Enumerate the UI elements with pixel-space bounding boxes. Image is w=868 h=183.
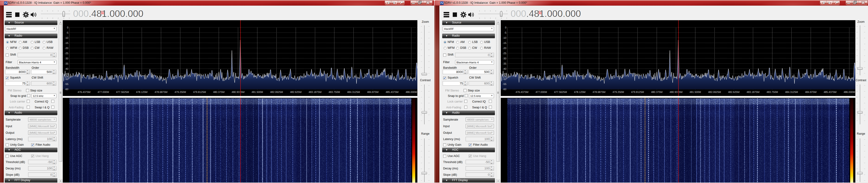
svg-text:477.000M: 477.000M (97, 91, 109, 94)
svg-text:-25: -25 (65, 52, 68, 55)
svg-text:-35: -35 (503, 62, 506, 65)
svg-text:-20: -20 (65, 47, 68, 50)
svg-text:476.4375M: 476.4375M (78, 91, 90, 94)
svg-text:-45: -45 (65, 73, 68, 76)
svg-text:0: 0 (67, 26, 68, 29)
svg-text:478.125M: 478.125M (136, 91, 148, 94)
svg-text:-50: -50 (65, 78, 68, 81)
svg-text:-55: -55 (503, 83, 506, 86)
svg-text:486.000M: 486.000M (406, 91, 417, 94)
svg-text:479.250M: 479.250M (613, 91, 624, 94)
svg-text:-30: -30 (65, 57, 68, 60)
svg-text:-50: -50 (503, 78, 506, 81)
svg-text:484.875M: 484.875M (367, 91, 378, 94)
svg-text:477.000M: 477.000M (535, 91, 547, 94)
svg-text:480.9375M: 480.9375M (231, 91, 245, 94)
svg-text:-45: -45 (503, 73, 506, 76)
svg-text:483.1875M: 483.1875M (747, 91, 760, 94)
svg-text:-25: -25 (503, 52, 506, 55)
svg-text:482.625M: 482.625M (728, 91, 739, 94)
svg-text:-15: -15 (503, 42, 506, 45)
svg-text:482.0625M: 482.0625M (270, 91, 283, 94)
svg-text:-10: -10 (65, 36, 68, 40)
svg-text:483.1875M: 483.1875M (309, 91, 321, 94)
svg-text:477.5625M: 477.5625M (554, 91, 567, 94)
svg-text:479.250M: 479.250M (175, 91, 186, 94)
svg-text:482.625M: 482.625M (290, 91, 302, 94)
svg-text:484.875M: 484.875M (805, 91, 816, 94)
svg-text:484.3125M: 484.3125M (785, 91, 798, 94)
svg-text:477.5625M: 477.5625M (116, 91, 129, 94)
svg-text:482.0625M: 482.0625M (708, 91, 721, 94)
svg-text:-10: -10 (503, 36, 506, 40)
svg-text:481.500M: 481.500M (689, 91, 701, 94)
svg-text:479.8125M: 479.8125M (193, 91, 206, 94)
svg-text:-40: -40 (503, 68, 506, 70)
svg-text:478.6875M: 478.6875M (155, 91, 167, 94)
svg-text:486.000M: 486.000M (844, 91, 855, 94)
svg-text:483.750M: 483.750M (329, 91, 340, 94)
svg-text:485.4375M: 485.4375M (385, 91, 398, 94)
svg-text:-5: -5 (66, 31, 68, 34)
svg-text:481.500M: 481.500M (252, 91, 263, 94)
svg-text:-35: -35 (65, 62, 68, 65)
svg-text:478.125M: 478.125M (574, 91, 586, 94)
svg-text:-5: -5 (504, 31, 506, 34)
svg-text:-40: -40 (65, 68, 68, 70)
svg-text:476.4375M: 476.4375M (516, 91, 528, 94)
svg-text:484.3125M: 484.3125M (347, 91, 360, 94)
svg-text:-30: -30 (503, 57, 506, 60)
svg-text:480.9375M: 480.9375M (670, 91, 682, 94)
svg-text:485.4375M: 485.4375M (824, 91, 836, 94)
svg-text:0: 0 (505, 26, 506, 29)
svg-text:-15: -15 (65, 42, 68, 45)
svg-text:-20: -20 (503, 47, 506, 50)
svg-text:483.750M: 483.750M (767, 91, 778, 94)
svg-text:-55: -55 (65, 83, 68, 86)
svg-text:-60: -60 (503, 88, 506, 91)
svg-text:480.375M: 480.375M (213, 91, 225, 94)
svg-text:478.6875M: 478.6875M (593, 91, 606, 94)
svg-text:-60: -60 (65, 88, 68, 91)
svg-text:479.8125M: 479.8125M (631, 91, 644, 94)
svg-text:480.375M: 480.375M (651, 91, 662, 94)
